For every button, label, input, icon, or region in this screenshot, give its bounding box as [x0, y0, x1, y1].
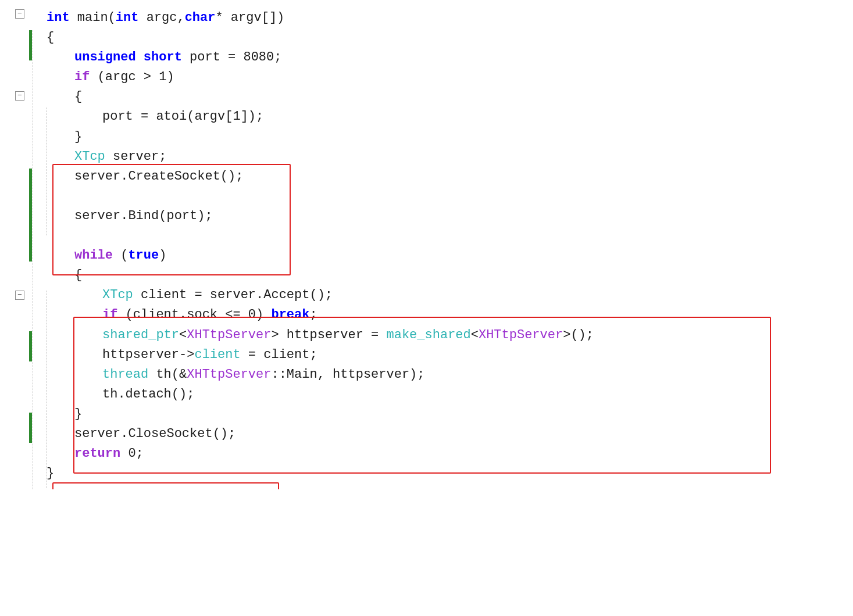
line-24: } [47, 464, 853, 484]
line-14: { [47, 266, 853, 285]
kw-int: int [47, 8, 77, 28]
brace-if-close: } [74, 127, 82, 147]
angle-open-2: < [471, 325, 479, 345]
line-21: } [47, 404, 853, 424]
kw-short: short [144, 48, 190, 67]
brace-while-open: { [74, 266, 82, 285]
star-argv: * argv[]) [215, 8, 284, 28]
line-12 [47, 226, 853, 246]
break-semi: ; [309, 305, 317, 325]
line-8: XTcp server; [47, 147, 853, 167]
line-11: server.Bind(port); [47, 206, 853, 226]
line-1: int main(int argc,char* argv[]) [47, 8, 853, 28]
kw-while: while [74, 246, 120, 266]
prop-client: client [194, 345, 240, 365]
scope-main: ::Main, httpserver); [271, 365, 424, 385]
param-argc: argc, [147, 8, 185, 28]
line-15: XTcp client = server.Accept(); [47, 285, 853, 305]
thread-th: th(& [156, 365, 187, 385]
line-13: while (true) [47, 246, 853, 266]
func-main: main( [77, 8, 116, 28]
server-bind: server.Bind(port); [74, 206, 213, 226]
green-bar-4 [29, 413, 32, 443]
if-cond: (argc > 1) [98, 67, 174, 87]
assign-client: = client; [241, 345, 317, 365]
angle-close-2: >(); [563, 325, 594, 345]
kw-true: true [128, 246, 159, 266]
kw-break: break [271, 305, 309, 325]
server-closesocket: server.CloseSocket(); [74, 424, 235, 444]
var-client: client = server.Accept(); [141, 285, 333, 305]
green-bar-2 [29, 169, 32, 262]
code-editor: − − − int main(int argc,char* argv[]) { … [0, 6, 853, 484]
guide-inner-while [47, 291, 47, 489]
kw-if-2: if [102, 305, 126, 325]
func-make-shared: make_shared [387, 325, 471, 345]
fold-while[interactable]: − [15, 291, 24, 300]
if-sock-cond: (client.sock <= 0) [126, 305, 272, 325]
angle-open-1: < [179, 325, 187, 345]
line-6: port = atoi(argv[1]); [47, 107, 853, 127]
th-detach: th.detach(); [102, 385, 194, 404]
line-19: thread th(&XHTtpServer::Main, httpserver… [47, 365, 853, 385]
guide-outer [33, 30, 33, 489]
while-cond: ( [120, 246, 128, 266]
line-9: server.CreateSocket(); [47, 167, 853, 187]
line-23: return 0; [47, 444, 853, 464]
brace-close-main: } [47, 464, 54, 484]
fold-main[interactable]: − [15, 9, 24, 19]
line-7: } [47, 127, 853, 147]
port-assign: port = atoi(argv[1]); [102, 107, 263, 127]
line-10 [47, 187, 853, 206]
server-createsocket: server.CreateSocket(); [74, 167, 243, 187]
line-16: if (client.sock <= 0) break; [47, 305, 853, 325]
type-shared: shared_ptr [102, 325, 179, 345]
line-17: shared_ptr<XHTtpServer> httpserver = mak… [47, 325, 853, 345]
brace-while-close: } [74, 404, 82, 424]
type-xhttp-3: XHTtpServer [187, 365, 271, 385]
var-server: server; [113, 147, 166, 167]
guide-inner-if [47, 108, 47, 235]
httpserver-client: httpserver-> [102, 345, 194, 365]
angle-close-1: > httpserver = [271, 325, 386, 345]
brace-open-main: { [47, 28, 54, 48]
kw-thread: thread [102, 365, 156, 385]
var-port: port = 8080; [190, 48, 281, 67]
return-zero: 0; [128, 444, 143, 464]
kw-int2: int [116, 8, 147, 28]
type-xtcp-2: XTcp [102, 285, 141, 305]
line-5: { [47, 87, 853, 107]
kw-unsigned: unsigned [74, 48, 144, 67]
line-22: server.CloseSocket(); [47, 424, 853, 444]
green-bar-1 [29, 30, 32, 60]
fold-if[interactable]: − [15, 91, 24, 101]
line-20: th.detach(); [47, 385, 853, 404]
line-4: if (argc > 1) [47, 67, 853, 87]
line-18: httpserver->client = client; [47, 345, 853, 365]
type-xtcp-1: XTcp [74, 147, 113, 167]
type-xhttp-2: XHTtpServer [479, 325, 563, 345]
line-2: { [47, 28, 853, 48]
green-bar-3 [29, 331, 32, 361]
type-xhttp-1: XHTtpServer [187, 325, 271, 345]
while-paren-close: ) [159, 246, 166, 266]
kw-char: char [185, 8, 216, 28]
brace-if-open: { [74, 87, 82, 107]
kw-if: if [74, 67, 98, 87]
line-3: unsigned short port = 8080; [47, 48, 853, 67]
kw-return: return [74, 444, 128, 464]
